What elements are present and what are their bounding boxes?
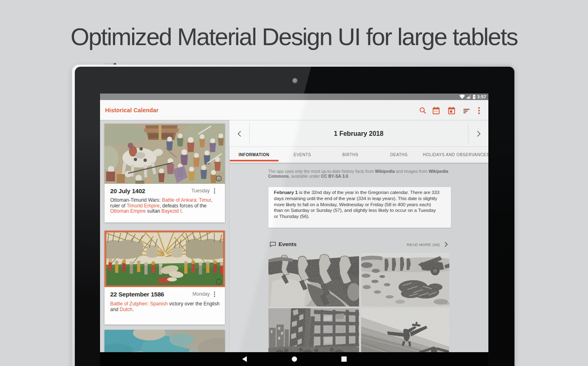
svg-text:c: c xyxy=(218,177,220,181)
svg-text:6045: 6045 xyxy=(445,302,449,305)
